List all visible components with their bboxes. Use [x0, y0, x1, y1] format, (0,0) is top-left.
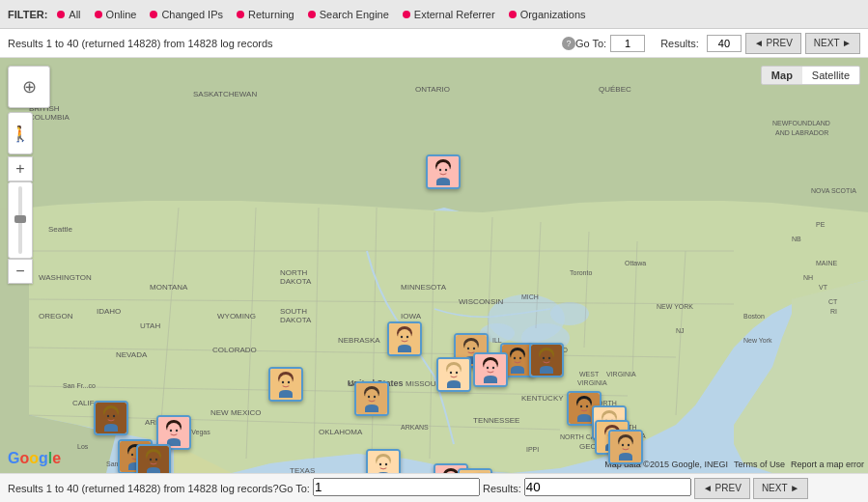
svg-text:VIRGINIA: VIRGINIA	[606, 371, 636, 377]
svg-text:SASKATCHEWAN: SASKATCHEWAN	[193, 90, 257, 98]
results-text-bottom: Results 1 to 40 (returned 14828) from 14…	[8, 483, 273, 494]
svg-text:ARKANS: ARKANS	[401, 424, 429, 431]
map-marker-5[interactable]	[529, 343, 564, 377]
svg-text:VIRGINIA: VIRGINIA	[577, 379, 607, 386]
prev-button-bottom[interactable]: ◄ PREV	[694, 478, 750, 499]
svg-point-116	[492, 367, 494, 369]
svg-text:IOWA: IOWA	[401, 312, 422, 321]
map-marker-11[interactable]	[94, 401, 128, 435]
svg-point-114	[484, 360, 497, 376]
zoom-out-button[interactable]: −	[8, 259, 33, 284]
filter-external-referrer[interactable]: External Referrer	[403, 9, 495, 20]
map-marker-15[interactable]	[608, 430, 643, 464]
map-marker-6[interactable]	[436, 357, 471, 392]
svg-text:UTAH: UTAH	[140, 321, 160, 330]
svg-text:NH: NH	[803, 274, 813, 281]
svg-text:QUÉBEC: QUÉBEC	[599, 85, 631, 94]
svg-text:TENNESSEE: TENNESSEE	[473, 416, 519, 425]
map-marker-8[interactable]	[268, 367, 303, 402]
svg-text:NORTH: NORTH	[280, 268, 308, 277]
map-attribution: Map data ©2015 Google, INEGI Terms of Us…	[604, 460, 864, 469]
goto-section-top: Go To: Results: ◄ PREV NEXT ►	[575, 33, 860, 54]
satellite-button[interactable]: Satellite	[802, 67, 859, 84]
filter-changed-ips[interactable]: Changed IPs	[150, 9, 223, 20]
svg-text:WEST: WEST	[579, 371, 600, 377]
map-marker-17[interactable]	[136, 444, 171, 473]
goto-input-top[interactable]	[610, 35, 645, 52]
pan-arrows-icon: ⊕	[22, 76, 37, 98]
zoom-person-icon[interactable]: 🚶	[8, 112, 33, 154]
map-marker-2[interactable]	[387, 321, 422, 356]
svg-text:WYOMING: WYOMING	[217, 312, 256, 321]
results-count-bottom[interactable]	[524, 478, 691, 496]
filter-all[interactable]: All	[57, 9, 80, 20]
svg-text:MONTANA: MONTANA	[150, 283, 188, 292]
svg-point-154	[147, 452, 160, 467]
svg-point-126	[577, 399, 591, 414]
svg-point-94	[398, 329, 411, 345]
svg-point-104	[519, 357, 521, 359]
svg-text:COLORADO: COLORADO	[212, 346, 257, 354]
svg-point-106	[540, 350, 553, 366]
next-button-top[interactable]: NEXT ►	[805, 33, 860, 54]
svg-text:ONTARIO: ONTARIO	[415, 85, 450, 94]
filter-organizations[interactable]: Organizations	[509, 9, 586, 20]
svg-point-110	[447, 365, 461, 380]
svg-point-119	[282, 381, 284, 383]
results-count-top[interactable]	[707, 35, 742, 52]
svg-point-122	[365, 389, 378, 404]
svg-point-96	[406, 336, 408, 338]
svg-text:New York: New York	[743, 337, 772, 344]
svg-text:MICH: MICH	[521, 293, 539, 300]
svg-point-123	[368, 396, 370, 398]
filter-label: FILTER:	[8, 9, 47, 20]
svg-point-102	[511, 350, 524, 366]
svg-text:Ottawa: Ottawa	[625, 260, 646, 266]
map-marker-18[interactable]	[366, 449, 401, 473]
report-map-error-link[interactable]: Report a map error	[791, 460, 864, 469]
svg-text:CT: CT	[828, 298, 838, 305]
svg-text:SOUTH: SOUTH	[280, 307, 307, 316]
prev-button-top[interactable]: ◄ PREV	[745, 33, 801, 54]
svg-point-156	[155, 459, 157, 460]
svg-point-124	[374, 396, 376, 398]
filter-dot-search	[308, 11, 316, 18]
svg-text:Toronto: Toronto	[570, 269, 592, 276]
map-button[interactable]: Map	[762, 67, 802, 84]
svg-text:NEVADA: NEVADA	[116, 350, 148, 359]
svg-point-140	[176, 430, 178, 432]
goto-section-bottom: Go To: Results: ◄ PREV NEXT ►	[279, 478, 808, 499]
svg-text:WISCONSIN: WISCONSIN	[459, 297, 503, 306]
zoom-slider[interactable]	[8, 181, 33, 259]
svg-point-111	[450, 372, 452, 374]
svg-point-103	[514, 357, 516, 359]
filter-returning[interactable]: Returning	[237, 9, 294, 20]
map-marker-1[interactable]	[426, 154, 461, 189]
terms-of-use-link[interactable]: Terms of Use	[734, 460, 785, 469]
pan-control[interactable]: ⊕	[8, 66, 50, 108]
pagination-bar-top: Results 1 to 40 (returned 14828) from 14…	[0, 29, 868, 58]
filter-search-engine[interactable]: Search Engine	[308, 9, 389, 20]
svg-point-115	[487, 367, 489, 369]
svg-text:NB: NB	[792, 236, 801, 242]
map-marker-7[interactable]	[473, 352, 508, 387]
svg-point-107	[543, 357, 545, 359]
map-type-buttons: Map Satellite	[761, 66, 860, 85]
map-controls: ⊕ 🚶 + −	[8, 66, 50, 284]
svg-text:NOVA SCOTIA: NOVA SCOTIA	[811, 187, 856, 194]
map-marker-9[interactable]	[354, 381, 389, 416]
help-icon-top[interactable]: ?	[562, 37, 575, 50]
svg-text:VT: VT	[819, 284, 828, 291]
svg-point-99	[467, 348, 469, 349]
zoom-in-button[interactable]: +	[8, 156, 33, 181]
svg-point-3	[550, 302, 589, 325]
svg-point-158	[377, 457, 390, 472]
goto-input-bottom[interactable]	[313, 478, 480, 496]
map-container[interactable]: BRITISH COLUMBIA SASKATCHEWAN ONTARIO QU…	[0, 58, 868, 473]
zoom-thumb[interactable]	[14, 215, 26, 223]
zoom-track[interactable]	[18, 186, 22, 254]
svg-point-92	[445, 169, 447, 171]
filter-online[interactable]: Online	[95, 9, 137, 20]
next-button-bottom[interactable]: NEXT ►	[753, 478, 808, 499]
svg-text:NEW YORK: NEW YORK	[657, 303, 693, 310]
